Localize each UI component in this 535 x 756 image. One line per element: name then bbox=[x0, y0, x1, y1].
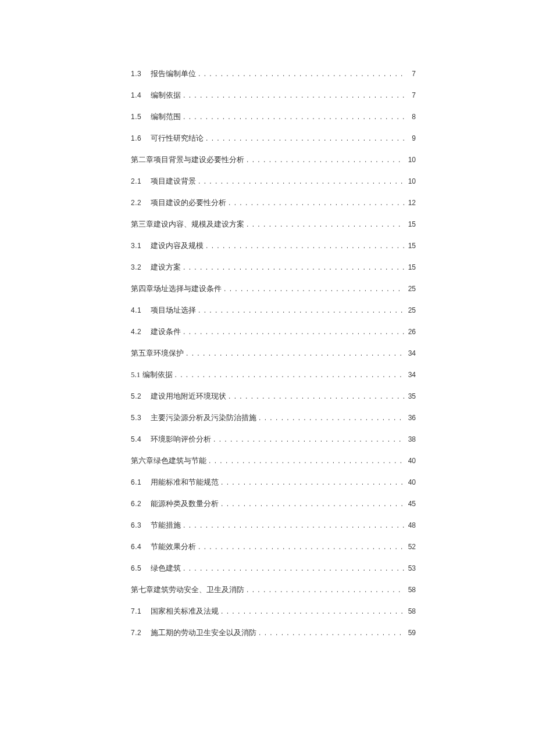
toc-entry: 5.4环境影响评价分析38 bbox=[131, 435, 416, 443]
toc-entry-title: 编制依据 bbox=[151, 91, 181, 99]
toc-leader-dots bbox=[247, 221, 404, 228]
toc-entry: 6.2能源种类及数量分析45 bbox=[131, 500, 416, 507]
toc-entry-title: 能源种类及数量分析 bbox=[151, 500, 219, 507]
toc-entry-page: 15 bbox=[405, 264, 416, 271]
toc-entry-title: 节能效果分析 bbox=[151, 543, 196, 550]
toc-entry: 6.3节能措施48 bbox=[131, 521, 416, 529]
toc-entry-number: 2.2 bbox=[131, 199, 151, 206]
toc-entry-title: 项目场址选择 bbox=[151, 306, 196, 314]
toc-leader-dots bbox=[198, 178, 404, 185]
toc-leader-dots bbox=[183, 565, 404, 572]
toc-leader-dots bbox=[221, 479, 404, 486]
toc-entry-page: 25 bbox=[405, 307, 416, 314]
toc-entry-title: 第五章环境保护 bbox=[131, 349, 184, 357]
toc-entry-page: 53 bbox=[405, 565, 416, 572]
toc-entry: 3.2建设方案15 bbox=[131, 263, 416, 271]
toc-entry-title: 国家相关标准及法规 bbox=[151, 607, 219, 615]
toc-entry-page: 58 bbox=[405, 608, 416, 615]
toc-entry-number: 2.1 bbox=[131, 178, 151, 185]
toc-leader-dots bbox=[186, 350, 404, 357]
toc-entry: 第二章项目背景与建设必要性分析10 bbox=[131, 156, 416, 163]
toc-leader-dots bbox=[213, 436, 404, 443]
toc-entry-number: 1.5 bbox=[131, 113, 151, 120]
toc-entry-page: 8 bbox=[405, 113, 416, 120]
toc-entry-page: 59 bbox=[405, 629, 416, 636]
toc-leader-dots bbox=[221, 500, 404, 507]
toc-entry-number: 6.1 bbox=[131, 479, 151, 486]
toc-entry-number: 6.4 bbox=[131, 543, 151, 550]
toc-leader-dots bbox=[183, 522, 404, 529]
toc-entry-page: 26 bbox=[405, 328, 416, 335]
toc-leader-dots bbox=[221, 608, 404, 615]
toc-entry-number: 1.6 bbox=[131, 135, 151, 142]
toc-entry-page: 10 bbox=[405, 178, 416, 185]
toc-entry-number: 5.2 bbox=[131, 393, 151, 400]
toc-entry-title: 第六章绿色建筑与节能 bbox=[131, 457, 206, 464]
toc-entry-number: 4.1 bbox=[131, 307, 151, 314]
toc-entry: 2.2项目建设的必要性分析12 bbox=[131, 199, 416, 206]
toc-entry-page: 35 bbox=[405, 393, 416, 400]
toc-entry-number: 6.2 bbox=[131, 500, 151, 507]
toc-entry-page: 34 bbox=[405, 350, 416, 357]
toc-entry-title: 施工期的劳动卫生安全以及消防 bbox=[151, 629, 256, 636]
toc-entry-title: 第七章建筑劳动安全、卫生及消防 bbox=[131, 586, 244, 593]
toc-entry: 第五章环境保护34 bbox=[131, 349, 416, 357]
toc-leader-dots bbox=[247, 156, 404, 163]
toc-leader-dots bbox=[206, 135, 404, 142]
toc-entry-title: 主要污染源分析及污染防治措施 bbox=[151, 414, 256, 421]
toc-leader-dots bbox=[183, 264, 404, 271]
toc-entry: 7.2施工期的劳动卫生安全以及消防59 bbox=[131, 629, 416, 636]
toc-leader-dots bbox=[183, 113, 404, 120]
toc-entry-number: 5.4 bbox=[131, 436, 151, 443]
toc-entry-page: 58 bbox=[405, 586, 416, 593]
toc-entry-number: 5.3 bbox=[131, 414, 151, 421]
toc-entry-title: 第二章项目背景与建设必要性分析 bbox=[131, 156, 244, 163]
toc-entry-page: 15 bbox=[405, 221, 416, 228]
toc-entry: 1.3报告编制单位7 bbox=[131, 70, 416, 77]
toc-entry: 第四章场址选择与建设条件25 bbox=[131, 285, 416, 292]
toc-entry-title: 5.1 编制依据 bbox=[131, 371, 173, 378]
toc-entry-page: 15 bbox=[405, 242, 416, 249]
toc-entry-number: 3.2 bbox=[131, 264, 151, 271]
toc-entry-title: 编制范围 bbox=[151, 113, 181, 120]
toc-leader-dots bbox=[198, 70, 404, 77]
toc-entry-title: 用能标准和节能规范 bbox=[151, 478, 219, 486]
toc-entry: 4.1项目场址选择25 bbox=[131, 306, 416, 314]
toc-entry: 第六章绿色建筑与节能40 bbox=[131, 457, 416, 464]
toc-leader-dots bbox=[229, 199, 404, 206]
toc-entry-number: 7.1 bbox=[131, 608, 151, 615]
toc-entry: 6.4节能效果分析52 bbox=[131, 543, 416, 550]
toc-leader-dots bbox=[259, 629, 404, 636]
toc-entry: 1.6可行性研究结论9 bbox=[131, 134, 416, 142]
toc-entry-page: 12 bbox=[405, 199, 416, 206]
toc-leader-dots bbox=[183, 92, 404, 99]
toc-entry-page: 9 bbox=[405, 135, 416, 142]
toc-entry-number: 1.4 bbox=[131, 92, 151, 99]
toc-entry-title: 建设方案 bbox=[151, 263, 181, 271]
toc-entry-page: 38 bbox=[405, 436, 416, 443]
toc-entry-title: 建设条件 bbox=[151, 328, 181, 335]
toc-entry-page: 45 bbox=[405, 500, 416, 507]
toc-entry-title: 项目建设背景 bbox=[151, 177, 196, 185]
document-page: 1.3报告编制单位71.4编制依据71.5编制范围81.6可行性研究结论9第二章… bbox=[0, 0, 535, 756]
toc-entry: 1.4编制依据7 bbox=[131, 91, 416, 99]
toc-leader-dots bbox=[224, 285, 404, 292]
toc-entry-title: 建设用地附近环境现状 bbox=[151, 392, 226, 400]
toc-entry: 2.1项目建设背景10 bbox=[131, 177, 416, 185]
toc-entry-title: 第四章场址选择与建设条件 bbox=[131, 285, 222, 292]
toc-entry: 7.1国家相关标准及法规58 bbox=[131, 607, 416, 615]
toc-entry: 3.1建设内容及规模15 bbox=[131, 242, 416, 249]
toc-entry-page: 10 bbox=[405, 156, 416, 163]
toc-entry-number: 7.2 bbox=[131, 629, 151, 636]
toc-entry-number: 1.3 bbox=[131, 70, 151, 77]
toc-entry: 第三章建设内容、规模及建设方案15 bbox=[131, 220, 416, 228]
toc-entry-title: 可行性研究结论 bbox=[151, 134, 204, 142]
toc-entry-number: 3.1 bbox=[131, 242, 151, 249]
toc-entry: 第七章建筑劳动安全、卫生及消防58 bbox=[131, 586, 416, 593]
toc-leader-dots bbox=[198, 543, 404, 550]
toc-entry-number: 4.2 bbox=[131, 328, 151, 335]
table-of-contents: 1.3报告编制单位71.4编制依据71.5编制范围81.6可行性研究结论9第二章… bbox=[131, 70, 416, 636]
toc-entry-page: 7 bbox=[405, 70, 416, 77]
toc-entry-page: 34 bbox=[405, 371, 416, 378]
toc-entry-title: 绿色建筑 bbox=[151, 564, 181, 572]
